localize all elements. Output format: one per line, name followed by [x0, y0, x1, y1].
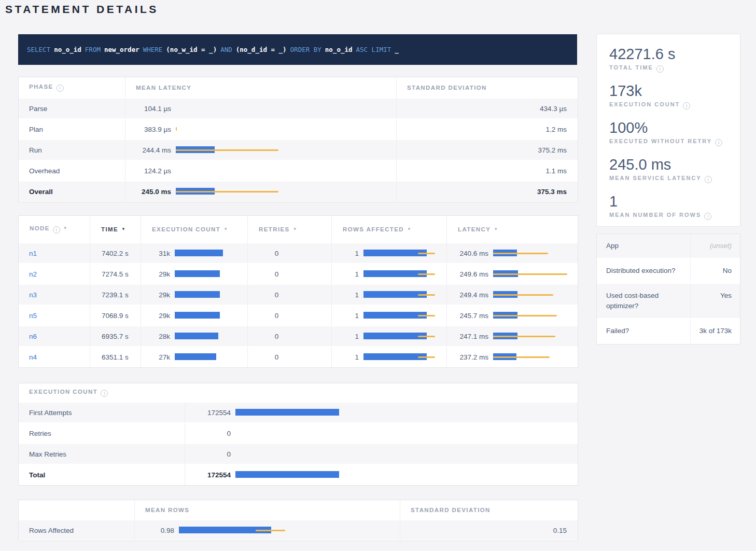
phase-label: Overhead: [19, 160, 125, 181]
time-value: 7239.1 s: [90, 284, 141, 305]
rows-affected-bar: [363, 333, 427, 339]
rows-affected-column-header[interactable]: ROWS AFFECTED▼: [331, 216, 446, 243]
node-link[interactable]: n6: [29, 333, 37, 340]
exec-row-value: 0: [185, 450, 231, 458]
phase-row-parse: Parse 104.1 µs 434.3 µs: [19, 98, 578, 119]
mean-rows-column-header: MEAN ROWS: [134, 500, 400, 520]
detail-label: Distributed execution?: [597, 259, 691, 283]
rows-affected-bar: [363, 312, 427, 319]
stddev-value: 375.3 ms: [396, 181, 578, 202]
info-icon[interactable]: i: [57, 85, 64, 92]
node-link[interactable]: n3: [29, 291, 37, 299]
phase-row-overall: Overall 245.0 ms 375.3 ms: [19, 181, 578, 202]
sql-token: ASC LIMIT: [356, 46, 391, 53]
phase-label: Overall: [19, 181, 125, 202]
detail-row-distributed-execution: Distributed execution? No: [597, 259, 740, 284]
execution-count-bar: [175, 270, 220, 277]
stddev-line: [418, 336, 435, 337]
stddev-line: [493, 273, 567, 275]
execution-count-value: 28k: [141, 333, 170, 340]
rows-affected-value: 1: [332, 291, 359, 299]
rows-affected-row: Rows Affected 0.98 0.15: [19, 520, 578, 541]
info-icon[interactable]: i: [715, 139, 722, 146]
exec-count-bar: [235, 409, 339, 416]
rows-affected-bar: [363, 353, 427, 360]
execution-count-table-header: EXECUTION COUNTi: [19, 383, 578, 402]
stddev-line: [256, 530, 285, 531]
info-icon[interactable]: i: [683, 102, 690, 109]
exec-row-value: 0: [185, 430, 231, 437]
retries-value: 0: [247, 284, 331, 305]
node-link[interactable]: n1: [29, 250, 37, 257]
retries-value: 0: [247, 305, 331, 326]
time-column-header[interactable]: TIME▼: [90, 216, 141, 243]
execution-count-bar: [175, 353, 216, 360]
mean-latency-value: 244.4 ms: [125, 146, 171, 154]
stddev-line: [418, 273, 435, 275]
summary-value: 173k: [609, 82, 727, 100]
summary-mean-number-of-rows: 1 MEAN NUMBER OF ROWSi: [609, 193, 727, 220]
stddev-line: [418, 294, 435, 296]
summary-value: 100%: [609, 119, 727, 136]
info-icon[interactable]: i: [53, 226, 60, 233]
node-link[interactable]: n5: [29, 312, 37, 320]
info-icon[interactable]: i: [656, 65, 664, 73]
stddev-line: [418, 315, 435, 316]
phase-label: Plan: [19, 119, 125, 140]
rows-affected-bar: [363, 291, 427, 298]
info-icon[interactable]: i: [704, 213, 711, 220]
retries-value: 0: [247, 347, 331, 367]
rows-affected-value: 1: [332, 333, 359, 340]
phase-label: Parse: [19, 98, 125, 119]
node-row: n4 6351.1 s 27k 0 1 237.2 ms: [19, 347, 578, 367]
sort-arrow-icon: ▼: [63, 226, 68, 230]
execution-count-column-header[interactable]: EXECUTION COUNT▼: [141, 216, 247, 243]
rows-affected-bar: [363, 270, 427, 277]
stddev-value: 1.1 ms: [396, 160, 578, 181]
sql-token: no_o_id: [325, 46, 353, 53]
detail-label: App: [597, 234, 691, 258]
execution-count-title: EXECUTION COUNTi: [19, 383, 578, 402]
phase-label: Run: [19, 140, 125, 160]
statement-sql-box: SELECTno_o_idFROMnew_orderWHERE(no_w_id …: [18, 34, 577, 65]
phase-row-run: Run 244.4 ms 375.2 ms: [19, 140, 578, 160]
execution-count-value: 29k: [141, 312, 170, 320]
latency-value: 237.2 ms: [447, 353, 488, 361]
sql-token: SELECT: [27, 46, 50, 53]
execution-count-bar: [175, 250, 223, 256]
stddev-line: [176, 149, 278, 151]
detail-label: Used cost-based optimizer?: [597, 284, 691, 318]
exec-row-value: 172554: [185, 409, 231, 417]
exec-row-max-retries: Max Retries 0: [19, 444, 578, 464]
execution-count-bar: [175, 312, 220, 319]
node-column-header[interactable]: NODEi▼: [19, 216, 90, 243]
standard-deviation-column-header: STANDARD DEVIATION: [400, 500, 578, 520]
stddev-line: [493, 315, 557, 316]
node-link[interactable]: n2: [29, 270, 37, 278]
mean-latency-column-header: MEAN LATENCY: [125, 77, 396, 98]
retries-column-header[interactable]: RETRIES▼: [247, 216, 331, 243]
sql-token: (no_d_id = _): [236, 46, 287, 53]
empty-column-header: [19, 500, 134, 520]
rows-affected-label: Rows Affected: [19, 520, 134, 541]
exec-row-label: Max Retries: [19, 444, 185, 464]
execution-count-value: 29k: [141, 270, 170, 278]
exec-row-retries: Retries 0: [19, 423, 578, 444]
time-value: 7402.2 s: [90, 243, 141, 264]
info-icon[interactable]: i: [705, 176, 712, 183]
rows-affected-value: 1: [332, 312, 359, 320]
node-link[interactable]: n4: [29, 353, 37, 361]
phase-table-header: PHASEi MEAN LATENCY STANDARD DEVIATION: [19, 77, 578, 98]
exec-row-total: Total 172554: [19, 464, 578, 485]
info-icon[interactable]: i: [101, 390, 108, 397]
standard-deviation-column-header: STANDARD DEVIATION: [396, 77, 578, 98]
time-value: 6351.1 s: [90, 347, 141, 367]
summary-value: 1: [609, 193, 727, 210]
exec-row-label: Retries: [19, 423, 185, 444]
execution-count-value: 29k: [141, 291, 170, 299]
latency-column-header[interactable]: LATENCY▼: [446, 216, 578, 243]
rows-affected-value: 1: [332, 353, 359, 361]
retries-value: 0: [247, 326, 331, 347]
summary-label: TOTAL TIME: [609, 64, 653, 71]
summary-value: 245.0 ms: [609, 156, 727, 173]
